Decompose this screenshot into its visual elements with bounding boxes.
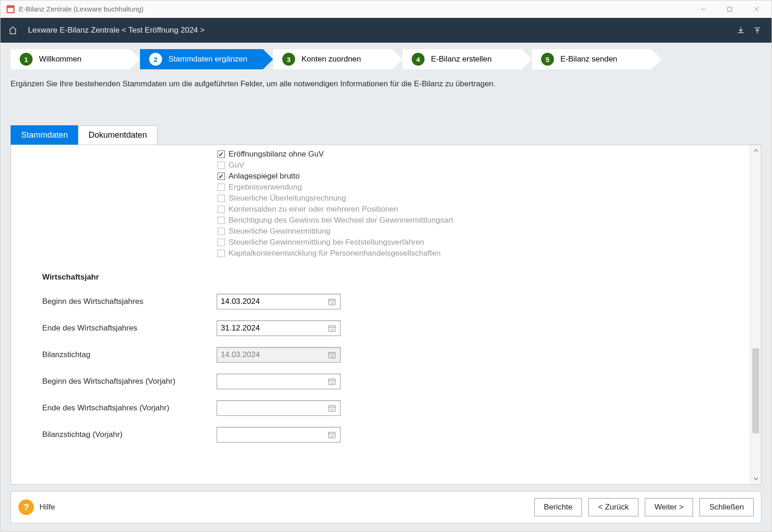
tab-area: Stammdaten Dokumentdaten Eröffnungsbilan…: [11, 125, 761, 485]
checkbox-row: Steuerliche Gewinnermittlung: [11, 226, 750, 237]
close-button[interactable]: Schließen: [699, 498, 754, 516]
instruction-text: Ergänzen Sie Ihre bestehenden Stammdaten…: [0, 69, 772, 93]
tab-dokumentdaten[interactable]: Dokumentdaten: [78, 125, 157, 145]
app-icon: [6, 5, 15, 14]
upload-icon[interactable]: [750, 23, 764, 37]
checkbox-label: Berichtigung des Gewinns bei Wechsel der…: [229, 216, 453, 225]
step-number: 5: [541, 53, 554, 66]
step-number: 2: [149, 53, 162, 66]
date-value: 31.12.2024: [221, 324, 327, 333]
checkbox[interactable]: [218, 151, 225, 158]
checkbox-label: GuV: [229, 161, 244, 170]
svg-text:15: 15: [330, 328, 334, 332]
tab-stammdaten[interactable]: Stammdaten: [11, 125, 78, 145]
date-input[interactable]: 15: [217, 427, 341, 442]
field-row: Bilanzstichtag (Vorjahr)15: [11, 421, 750, 448]
checkbox: [218, 162, 225, 169]
checkbox-label: Ergebnisverwendung: [229, 183, 302, 192]
scrollbar[interactable]: [750, 145, 761, 484]
svg-text:15: 15: [330, 354, 334, 358]
step-erstellen[interactable]: 4 E-Bilanz erstellen: [403, 49, 522, 69]
window-title: E-Bilanz Zentrale (Lexware buchhaltung): [19, 5, 690, 13]
checkbox-label: Kontensalden zu einer oder mehreren Posi…: [229, 205, 398, 214]
next-button[interactable]: Weiter >: [645, 498, 693, 516]
svg-text:15: 15: [330, 301, 334, 305]
field-row: Bilanzstichtag14.03.202415: [11, 342, 750, 368]
svg-rect-1: [8, 8, 14, 12]
calendar-icon[interactable]: 15: [327, 403, 336, 413]
help-label: Hilfe: [39, 503, 55, 512]
home-icon[interactable]: [8, 25, 18, 35]
scroll-down-icon[interactable]: [750, 473, 761, 484]
checkbox: [218, 228, 225, 235]
checkbox: [218, 217, 225, 224]
checkbox: [218, 206, 225, 213]
field-label: Bilanzstichtag: [42, 350, 217, 359]
step-stammdaten[interactable]: 2 Stammdaten ergänzen: [140, 49, 263, 69]
field-row: Beginn des Wirtschaftsjahres14.03.202415: [11, 288, 750, 315]
calendar-icon: 15: [327, 350, 336, 359]
titlebar: E-Bilanz Zentrale (Lexware buchhaltung): [0, 0, 772, 18]
date-input[interactable]: 31.12.202415: [217, 320, 341, 336]
checkbox: [218, 250, 225, 257]
date-input: 14.03.202415: [217, 347, 341, 363]
step-konten[interactable]: 3 Konten zuordnen: [273, 49, 392, 69]
checkbox-row[interactable]: Eröffnungsbilanz ohne GuV: [11, 149, 750, 160]
checkbox-row: Steuerliche Gewinnermittlung bei Festste…: [11, 237, 750, 248]
checkbox-row: GuV: [11, 160, 750, 171]
minimize-button[interactable]: [690, 0, 716, 18]
help-icon: ?: [18, 499, 34, 515]
step-number: 1: [20, 53, 33, 66]
checkbox-row: Kapitalkontenentwicklung für Personenhan…: [11, 248, 750, 259]
step-label: E-Bilanz senden: [560, 55, 617, 64]
svg-text:15: 15: [330, 408, 334, 412]
content-area: 1 Willkommen 2 Stammdaten ergänzen 3 Kon…: [0, 43, 772, 532]
checkbox-row: Steuerliche Überleitungsrechnung: [11, 193, 750, 204]
close-button[interactable]: [743, 0, 770, 18]
help-link[interactable]: ? Hilfe: [18, 499, 55, 515]
field-row: Beginn des Wirtschaftsjahres (Vorjahr)15: [11, 368, 750, 395]
calendar-icon[interactable]: 15: [327, 324, 336, 333]
step-number: 4: [412, 53, 425, 66]
svg-text:15: 15: [330, 434, 334, 438]
maximize-button[interactable]: [716, 0, 743, 18]
calendar-icon[interactable]: 15: [327, 377, 336, 386]
checkbox-row: Ergebnisverwendung: [11, 182, 750, 193]
checkbox-label: Steuerliche Gewinnermittlung: [229, 227, 330, 236]
back-button[interactable]: < Zurück: [588, 498, 638, 516]
calendar-icon[interactable]: 15: [327, 430, 336, 439]
field-row: Ende des Wirtschaftsjahres (Vorjahr)15: [11, 395, 750, 421]
field-label: Ende des Wirtschaftsjahres: [42, 324, 217, 333]
checkbox-row[interactable]: Anlagespiegel brutto: [11, 171, 750, 182]
checkbox: [218, 239, 225, 246]
checkbox: [218, 195, 225, 202]
application-window: E-Bilanz Zentrale (Lexware buchhaltung) …: [0, 0, 772, 532]
date-input[interactable]: 15: [217, 374, 341, 389]
scroll-thumb[interactable]: [752, 348, 759, 433]
checkbox-label: Steuerliche Überleitungsrechnung: [229, 194, 346, 203]
checkbox-label: Steuerliche Gewinnermittlung bei Festste…: [229, 238, 424, 247]
step-label: Konten zuordnen: [302, 55, 361, 64]
app-header: Lexware E-Bilanz Zentrale < Test Eröffnu…: [0, 18, 772, 43]
download-icon[interactable]: [734, 23, 748, 37]
wizard-steps: 1 Willkommen 2 Stammdaten ergänzen 3 Kon…: [0, 43, 772, 69]
checkbox: [218, 184, 225, 191]
svg-rect-3: [728, 7, 732, 11]
step-label: Stammdaten ergänzen: [168, 55, 247, 64]
calendar-icon[interactable]: 15: [327, 297, 336, 306]
checkbox-row: Kontensalden zu einer oder mehreren Posi…: [11, 204, 750, 215]
checkbox[interactable]: [218, 173, 225, 180]
step-label: E-Bilanz erstellen: [431, 55, 492, 64]
date-input[interactable]: 15: [217, 400, 341, 416]
checkbox-label: Anlagespiegel brutto: [229, 172, 300, 181]
step-willkommen[interactable]: 1 Willkommen: [11, 49, 130, 69]
scroll-up-icon[interactable]: [750, 145, 761, 156]
step-number: 3: [282, 53, 295, 66]
date-value: 14.03.2024: [221, 297, 327, 306]
field-row: Ende des Wirtschaftsjahres31.12.202415: [11, 315, 750, 342]
date-input[interactable]: 14.03.202415: [217, 294, 341, 309]
svg-text:15: 15: [330, 381, 334, 385]
berichte-button[interactable]: Berichte: [534, 498, 582, 516]
field-label: Bilanzstichtag (Vorjahr): [42, 430, 217, 439]
step-senden[interactable]: 5 E-Bilanz senden: [532, 49, 651, 69]
